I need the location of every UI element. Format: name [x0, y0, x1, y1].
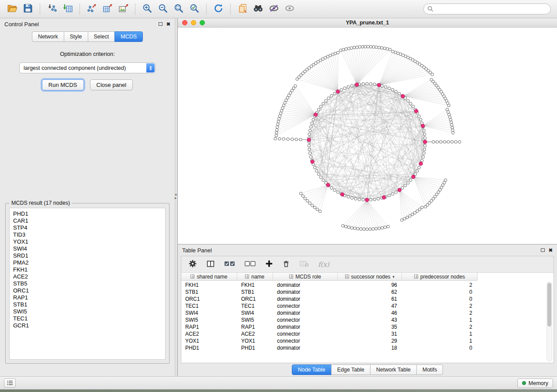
table-scrollbar-thumb[interactable] [547, 283, 551, 327]
table-cell[interactable]: ACE2 [181, 331, 237, 337]
table-cell[interactable]: ORC1 [237, 296, 273, 302]
mcds-result-item[interactable]: FKH1 [10, 266, 165, 273]
memory-button[interactable]: Memory [517, 378, 553, 388]
float-table-panel-icon[interactable] [541, 248, 545, 252]
table-row[interactable]: TEC1TEC1connector472 [181, 303, 554, 309]
mcds-result-item[interactable]: STB1 [10, 301, 165, 308]
table-cell[interactable]: TEC1 [237, 303, 273, 309]
table-row[interactable]: SWI5SWI5connector431 [181, 316, 554, 323]
table-cell[interactable]: dominator [273, 289, 338, 295]
mcds-result-item[interactable]: PHD1 [10, 210, 165, 217]
optimization-criterion-select[interactable]: largest connected component (undirected) [19, 62, 156, 73]
mcds-result-item[interactable]: SWI5 [10, 308, 165, 315]
table-cell[interactable]: YOX1 [181, 338, 237, 344]
mcds-result-list[interactable]: PHD1CAR1STP4TID3YOX1SWI4SRD1PMA2FKH1ACE2… [9, 208, 166, 360]
mcds-result-item[interactable]: GCR1 [10, 322, 165, 329]
table-settings-button[interactable] [188, 259, 197, 270]
table-row[interactable]: FKH1FKH1dominator962 [181, 282, 554, 289]
zoom-in-button[interactable] [139, 2, 155, 16]
network-window-titlebar[interactable]: YPA_prune.txt_1 [178, 18, 557, 28]
table-row[interactable]: YOX1YOX1connector291 [181, 337, 554, 344]
export-table-button[interactable] [100, 2, 115, 16]
close-window-icon[interactable] [182, 20, 187, 25]
task-history-button[interactable] [4, 378, 16, 388]
export-network-button[interactable] [84, 2, 100, 16]
splitter-arrows-icon[interactable]: ◂▸ [175, 193, 176, 200]
import-table-button[interactable] [60, 2, 76, 16]
function-builder-button[interactable]: f(x) [318, 261, 329, 268]
table-cell[interactable]: STB1 [237, 289, 273, 295]
table-cell[interactable]: 61 [338, 296, 402, 302]
column-header-successor-nodes[interactable]: successor nodes▾ [338, 273, 402, 280]
table-cell[interactable]: 1 [402, 317, 477, 323]
table-tab-network-table[interactable]: Network Table [370, 364, 417, 375]
table-cell[interactable]: 1 [402, 331, 477, 337]
mcds-result-item[interactable]: TID3 [10, 231, 165, 238]
mcds-result-item[interactable]: CAR1 [10, 217, 165, 224]
table-cell[interactable]: ORC1 [181, 296, 237, 302]
column-header-shared-name[interactable]: shared name [181, 273, 237, 280]
mcds-result-item[interactable]: YOX1 [10, 238, 165, 245]
mcds-result-item[interactable]: STB5 [10, 280, 165, 287]
table-tab-motifs[interactable]: Motifs [416, 364, 443, 375]
mcds-result-item[interactable]: SWI4 [10, 245, 165, 252]
table-cell[interactable]: TEC1 [181, 303, 237, 309]
table-cell[interactable]: 2 [402, 324, 477, 330]
clone-network-button[interactable] [235, 2, 250, 16]
import-network-button[interactable] [44, 2, 60, 16]
save-session-button[interactable] [20, 2, 36, 16]
mcds-result-item[interactable]: SRD1 [10, 252, 165, 259]
table-cell[interactable]: 31 [338, 331, 402, 337]
table-cell[interactable]: 0 [402, 296, 477, 302]
mcds-result-item[interactable]: TEC1 [10, 315, 165, 322]
column-header-predecessor-nodes[interactable]: predecessor nodes [402, 273, 477, 280]
run-mcds-button[interactable]: Run MCDS [42, 79, 84, 90]
minimize-window-icon[interactable] [191, 20, 196, 25]
table-cell[interactable]: RAP1 [237, 324, 273, 330]
table-cell[interactable]: dominator [273, 296, 338, 302]
table-row[interactable]: ACE2ACE2connector311 [181, 330, 554, 337]
control-tab-style[interactable]: Style [64, 31, 88, 42]
delete-column-button[interactable] [282, 259, 290, 270]
delete-table-button[interactable] [299, 260, 309, 269]
show-columns-button[interactable] [206, 260, 215, 269]
table-cell[interactable]: dominator [273, 324, 338, 330]
close-mcds-panel-button[interactable]: Close panel [90, 79, 133, 90]
table-cell[interactable]: PHD1 [237, 345, 273, 351]
table-row[interactable]: ORC1ORC1dominator610 [181, 296, 554, 303]
zoom-fit-button[interactable] [171, 2, 187, 16]
float-panel-icon[interactable] [159, 22, 163, 26]
table-cell[interactable]: 46 [338, 310, 402, 316]
open-file-button[interactable] [4, 2, 20, 16]
mcds-result-item[interactable]: ORC1 [10, 287, 165, 294]
table-cell[interactable]: SWI4 [181, 310, 237, 316]
table-cell[interactable]: 29 [338, 338, 402, 344]
apply-layout-button[interactable] [211, 2, 226, 16]
search-box[interactable] [423, 3, 551, 14]
table-cell[interactable]: dominator [273, 345, 338, 351]
table-cell[interactable]: dominator [273, 310, 338, 316]
mcds-result-item[interactable]: STP4 [10, 224, 165, 231]
control-tab-select[interactable]: Select [88, 31, 115, 42]
table-cell[interactable]: ACE2 [237, 331, 273, 337]
table-cell[interactable]: 1 [402, 338, 477, 344]
column-header-MCDS-role[interactable]: MCDS role [273, 273, 338, 280]
table-cell[interactable]: 35 [338, 324, 402, 330]
zoom-selected-button[interactable] [187, 2, 202, 16]
find-button[interactable] [250, 2, 266, 16]
table-cell[interactable]: connector [273, 317, 338, 323]
table-cell[interactable]: 2 [402, 303, 477, 309]
table-cell[interactable]: 2 [402, 310, 477, 316]
table-row[interactable]: STB1STB1dominator620 [181, 289, 554, 296]
table-cell[interactable]: dominator [273, 282, 338, 288]
search-input[interactable] [423, 3, 551, 14]
table-cell[interactable]: SWI5 [237, 317, 273, 323]
table-scrollbar[interactable] [547, 282, 552, 361]
table-cell[interactable]: 47 [338, 303, 402, 309]
panel-splitter[interactable]: ◂▸ [175, 18, 178, 376]
table-cell[interactable]: connector [273, 303, 338, 309]
table-cell[interactable]: connector [273, 338, 338, 344]
table-cell[interactable]: FKH1 [237, 282, 273, 288]
show-hide-panels-button[interactable] [282, 2, 298, 16]
select-all-button[interactable] [224, 260, 235, 269]
